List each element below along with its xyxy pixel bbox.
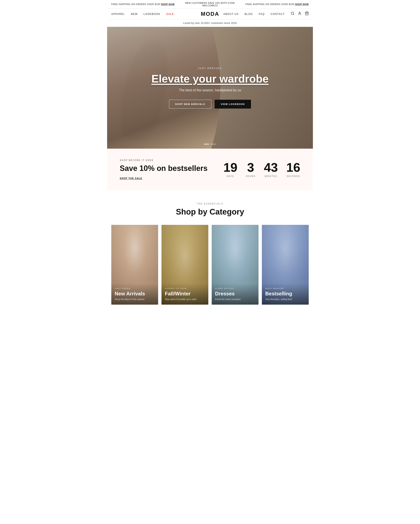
cat-desc-1: Shop the latest of the season xyxy=(115,298,155,300)
hero-dot-2[interactable] xyxy=(211,144,216,144)
svg-point-0 xyxy=(291,12,294,15)
hero-subtitle: The best of the season, handpicked by us xyxy=(151,88,269,92)
site-logo[interactable]: MODA xyxy=(201,11,219,17)
timer-minutes: 43 MINUTES xyxy=(264,161,278,177)
main-nav: APPAREL NEW LOOKBOOK SALE MODA ABOUT US … xyxy=(107,9,313,19)
cart-icon[interactable] xyxy=(305,12,309,16)
account-icon[interactable] xyxy=(298,12,302,16)
nav-blog[interactable]: BLOG xyxy=(245,13,253,16)
nav-left-links: APPAREL NEW LOOKBOOK SALE xyxy=(111,13,174,16)
cat-name-4: Bestselling xyxy=(265,291,305,297)
timer-days: 19 DAYS xyxy=(223,161,237,177)
nav-apparel[interactable]: APPAREL xyxy=(111,13,125,16)
cat-name-1: New Arrivals xyxy=(115,291,155,297)
cat-desc-2: Stay warm & bundle up in style xyxy=(165,298,205,300)
cat-eyebrow-2: LAYERS TO LOVE xyxy=(165,288,205,289)
cat-desc-4: Your favorites, selling fast! xyxy=(265,298,305,300)
cat-eyebrow-3: SLEEK STYLES xyxy=(215,288,255,289)
timer-seconds-number: 16 xyxy=(286,161,300,174)
hero-eyebrow: JUST ARRIVED xyxy=(151,67,269,70)
timer-hours: 3 HOURS xyxy=(246,161,255,177)
timer-hours-number: 3 xyxy=(246,161,255,174)
svg-line-1 xyxy=(293,14,294,15)
timer-seconds: 16 SECONDS xyxy=(286,161,300,177)
search-icon[interactable] xyxy=(291,12,294,16)
category-card-bestselling[interactable]: MOST-WANTED Bestselling Your favorites, … xyxy=(262,225,309,305)
cat-overlay-4: MOST-WANTED Bestselling Your favorites, … xyxy=(262,283,309,305)
sub-banner: Loved by over 10,000+ customers since 20… xyxy=(107,19,313,27)
hero-title-rest: your wardrobe xyxy=(190,73,269,85)
announcement-right: FREE SHIPPING ON ORDERS OVER $100 SHOP N… xyxy=(243,3,309,5)
timer-days-number: 19 xyxy=(223,161,237,174)
nav-about[interactable]: ABOUT US xyxy=(223,13,239,16)
hero-title-underline: Elevate xyxy=(151,73,190,85)
cat-desc-3: A look for every occasion xyxy=(215,298,255,300)
cat-overlay-3: SLEEK STYLES Dresses A look for every oc… xyxy=(212,283,259,305)
sale-banner: SHOP BEFORE IT ENDS Save 10% on bestsell… xyxy=(107,149,313,190)
category-card-fall-winter[interactable]: LAYERS TO LOVE Fall/Winter Stay warm & b… xyxy=(161,225,208,305)
view-lookbook-button[interactable]: VIEW LOOKBOOK xyxy=(215,100,251,109)
category-card-dresses[interactable]: SLEEK STYLES Dresses A look for every oc… xyxy=(212,225,259,305)
nav-right-links: ABOUT US BLOG FAQ CONTACT xyxy=(223,13,285,16)
sale-eyebrow: SHOP BEFORE IT ENDS xyxy=(120,159,208,161)
shop-new-arrivals-button[interactable]: SHOP NEW ARRIVALS xyxy=(169,100,211,109)
shop-now-right[interactable]: SHOP NOW xyxy=(295,3,309,5)
shop-now-left[interactable]: SHOP NOW xyxy=(161,3,175,5)
categories-title: Shop by Category xyxy=(111,207,309,217)
hero-content: JUST ARRIVED Elevate your wardrobe The b… xyxy=(147,63,273,113)
category-card-new-arrivals[interactable]: JUST ADDED New Arrivals Shop the latest … xyxy=(111,225,158,305)
category-section: THE ESSENTIALS Shop by Category JUST ADD… xyxy=(107,190,313,313)
sale-title: Save 10% on bestsellers xyxy=(120,164,208,173)
category-grid: JUST ADDED New Arrivals Shop the latest … xyxy=(111,225,309,305)
timer-seconds-label: SECONDS xyxy=(286,175,300,177)
cat-name-2: Fall/Winter xyxy=(165,291,205,297)
nav-faq[interactable]: FAQ xyxy=(259,13,265,16)
cat-eyebrow-1: JUST ADDED xyxy=(115,288,155,289)
nav-icons xyxy=(291,12,309,16)
cat-overlay-1: JUST ADDED New Arrivals Shop the latest … xyxy=(111,283,158,305)
nav-sale[interactable]: SALE xyxy=(166,13,174,16)
sale-left: SHOP BEFORE IT ENDS Save 10% on bestsell… xyxy=(120,159,208,180)
hero-section: JUST ARRIVED Elevate your wardrobe The b… xyxy=(107,27,313,149)
timer-minutes-label: MINUTES xyxy=(264,175,278,177)
timer-minutes-number: 43 xyxy=(264,161,278,174)
hero-dot-1[interactable] xyxy=(204,144,209,144)
hero-title: Elevate your wardrobe xyxy=(151,73,269,85)
cat-eyebrow-4: MOST-WANTED xyxy=(265,288,305,289)
shop-the-sale-link[interactable]: SHOP THE SALE xyxy=(120,177,208,180)
nav-lookbook[interactable]: LOOKBOOK xyxy=(143,13,160,16)
hero-dots xyxy=(204,144,216,144)
announcement-left: FREE SHIPPING ON ORDERS OVER $100 SHOP N… xyxy=(111,3,177,5)
timer-hours-label: HOURS xyxy=(246,175,255,177)
cat-overlay-2: LAYERS TO LOVE Fall/Winter Stay warm & b… xyxy=(161,283,208,305)
announcement-center: NEW CUSTOMERS SAVE 10% WITH CODE WELCOME… xyxy=(177,2,243,7)
cat-name-3: Dresses xyxy=(215,291,255,297)
nav-contact[interactable]: CONTACT xyxy=(271,13,285,16)
nav-new[interactable]: NEW xyxy=(131,13,138,16)
categories-eyebrow: THE ESSENTIALS xyxy=(111,203,309,205)
svg-point-2 xyxy=(299,12,300,13)
announcement-bar: FREE SHIPPING ON ORDERS OVER $100 SHOP N… xyxy=(107,0,313,9)
hero-buttons: SHOP NEW ARRIVALS VIEW LOOKBOOK xyxy=(151,100,269,109)
sale-timer: 19 DAYS 3 HOURS 43 MINUTES 16 SECONDS xyxy=(223,161,300,177)
timer-days-label: DAYS xyxy=(223,175,237,177)
